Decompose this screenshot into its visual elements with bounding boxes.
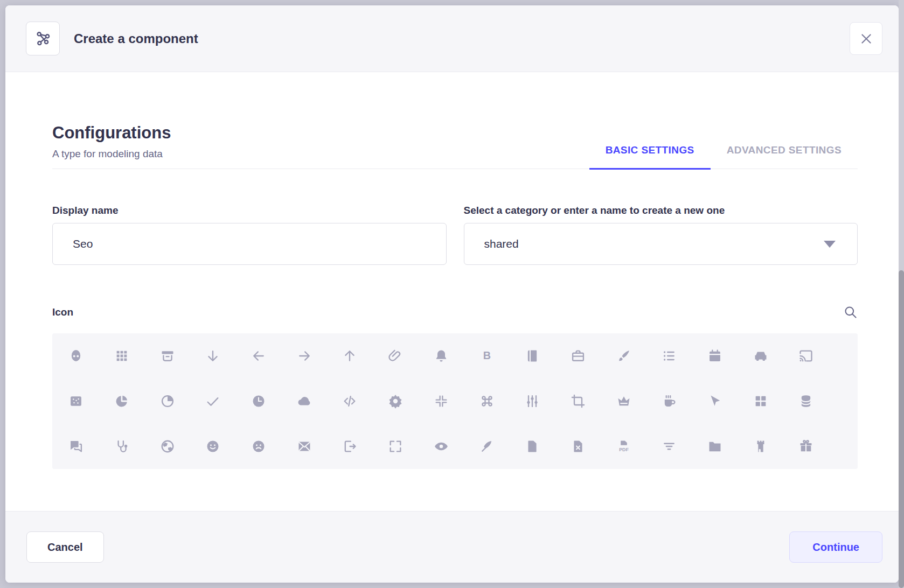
- picker-icon-check-icon[interactable]: [205, 394, 220, 409]
- picker-icon-arrow-down-icon[interactable]: [205, 348, 220, 363]
- picker-icon-crop-icon[interactable]: [571, 394, 586, 409]
- section-head: Configurations A type for modeling data …: [52, 123, 858, 169]
- picker-icon-apps-icon[interactable]: [114, 348, 129, 363]
- category-field: Select a category or enter a name to cre…: [464, 205, 858, 265]
- settings-tabs: BASIC SETTINGS ADVANCED SETTINGS: [589, 144, 858, 170]
- picker-icon-command-icon[interactable]: [479, 394, 495, 409]
- picker-icon-arrow-up-icon[interactable]: [342, 348, 357, 363]
- picker-icon-folder-icon[interactable]: [707, 439, 722, 454]
- tab-advanced-settings[interactable]: ADVANCED SETTINGS: [711, 144, 858, 170]
- search-icon: [843, 305, 858, 319]
- picker-icon-calendar-icon[interactable]: [707, 348, 722, 363]
- picker-icon-cursor-icon[interactable]: [707, 394, 722, 409]
- tab-basic-settings[interactable]: BASIC SETTINGS: [589, 144, 711, 170]
- modal-body: Configurations A type for modeling data …: [5, 72, 899, 511]
- picker-icon-gate-icon[interactable]: [753, 439, 768, 454]
- picker-icon-car-icon[interactable]: [753, 348, 768, 363]
- picker-icon-attachment-icon[interactable]: [388, 348, 403, 363]
- display-name-input[interactable]: [52, 223, 447, 265]
- category-label: Select a category or enter a name to cre…: [464, 205, 858, 216]
- picker-icon-cup-icon[interactable]: [662, 394, 677, 409]
- create-component-modal: Create a component Configurations A type…: [5, 5, 899, 583]
- picker-icon-bold-icon[interactable]: B: [479, 348, 495, 363]
- form-row: Display name Select a category or enter …: [52, 205, 858, 265]
- section-titles: Configurations A type for modeling data: [52, 123, 171, 169]
- chevron-down-icon: [824, 241, 836, 248]
- scrollbar[interactable]: [899, 0, 904, 588]
- page-title: Configurations: [52, 123, 171, 143]
- picker-icon-cast-icon[interactable]: [798, 348, 813, 363]
- svg-text:PDF: PDF: [619, 447, 629, 452]
- picker-icon-expand-icon[interactable]: [388, 439, 403, 454]
- picker-icon-connector-icon[interactable]: [525, 394, 540, 409]
- picker-icon-feather-icon[interactable]: [479, 439, 495, 454]
- picker-icon-chart-circle-icon[interactable]: [114, 394, 129, 409]
- category-select[interactable]: shared: [464, 223, 858, 265]
- continue-button[interactable]: Continue: [789, 531, 882, 563]
- picker-icon-file-error-icon[interactable]: [571, 439, 586, 454]
- picker-icon-gift-icon[interactable]: [798, 439, 813, 454]
- picker-icon-dashboard-icon[interactable]: [753, 394, 768, 409]
- picker-icon-alien-icon[interactable]: [68, 348, 84, 363]
- picker-icon-bell-icon[interactable]: [434, 348, 449, 363]
- picker-icon-clock-icon[interactable]: [251, 394, 266, 409]
- close-button[interactable]: [850, 22, 882, 55]
- icon-picker-head: Icon: [52, 305, 858, 319]
- modal-header: Create a component: [5, 5, 899, 72]
- picker-icon-cloud-icon[interactable]: [297, 394, 312, 409]
- display-name-label: Display name: [52, 205, 447, 216]
- picker-icon-earth-icon[interactable]: [160, 439, 175, 454]
- picker-icon-emotion-unhappy-icon[interactable]: [251, 439, 266, 454]
- icon-grid: BPDF: [52, 333, 858, 469]
- picker-icon-collapse-icon[interactable]: [434, 394, 449, 409]
- picker-icon-arrow-right-icon[interactable]: [297, 348, 312, 363]
- picker-icon-book-icon[interactable]: [525, 348, 540, 363]
- picker-icon-filter-icon[interactable]: [662, 439, 677, 454]
- picker-icon-chart-bubble-icon[interactable]: [68, 394, 84, 409]
- display-name-field: Display name: [52, 205, 447, 265]
- picker-icon-cog-icon[interactable]: [388, 394, 403, 409]
- picker-icon-envelope-icon[interactable]: [297, 439, 312, 454]
- component-icon: [26, 22, 60, 55]
- search-button[interactable]: [843, 305, 858, 319]
- picker-icon-briefcase-icon[interactable]: [571, 348, 586, 363]
- scrollbar-thumb[interactable]: [899, 270, 904, 588]
- picker-icon-file-pdf-icon[interactable]: PDF: [616, 439, 631, 454]
- picker-icon-database-icon[interactable]: [798, 394, 813, 409]
- picker-icon-emotion-happy-icon[interactable]: [205, 439, 220, 454]
- modal-footer: Cancel Continue: [5, 511, 899, 583]
- modal-header-left: Create a component: [26, 22, 198, 55]
- picker-icon-eye-icon[interactable]: [434, 439, 449, 454]
- picker-icon-code-icon[interactable]: [342, 394, 357, 409]
- close-icon: [859, 32, 873, 46]
- picker-icon-exit-icon[interactable]: [342, 439, 357, 454]
- page-subtitle: A type for modeling data: [52, 148, 171, 160]
- svg-text:B: B: [483, 349, 490, 361]
- picker-icon-archive-icon[interactable]: [160, 348, 175, 363]
- picker-icon-file-icon[interactable]: [525, 439, 540, 454]
- picker-icon-discuss-icon[interactable]: [68, 439, 84, 454]
- picker-icon-chart-pie-icon[interactable]: [160, 394, 175, 409]
- picker-icon-crown-icon[interactable]: [616, 394, 631, 409]
- cancel-button[interactable]: Cancel: [26, 531, 104, 563]
- icon-label: Icon: [52, 306, 73, 318]
- modal-title: Create a component: [74, 31, 198, 46]
- picker-icon-brush-icon[interactable]: [616, 348, 631, 363]
- picker-icon-arrow-left-icon[interactable]: [251, 348, 266, 363]
- picker-icon-doctor-icon[interactable]: [114, 439, 129, 454]
- icon-picker-section: Icon BPDF: [52, 305, 858, 469]
- category-select-value: shared: [484, 237, 519, 250]
- picker-icon-bullet-list-icon[interactable]: [662, 348, 677, 363]
